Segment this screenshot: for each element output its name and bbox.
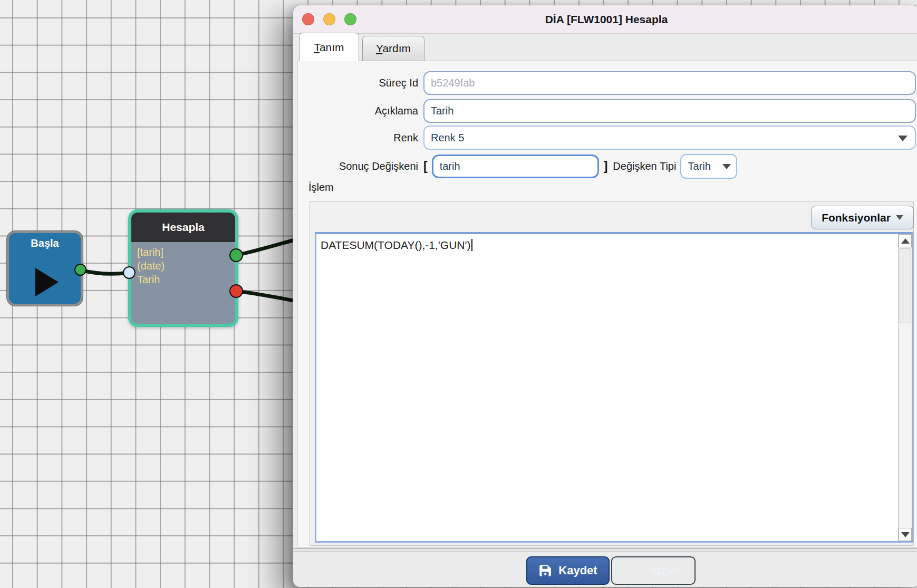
port-hesapla-output-success[interactable]	[229, 248, 243, 262]
dialog-title: DİA [FLW1001] Hesapla	[293, 13, 917, 26]
fonksiyonlar-button[interactable]: Fonksiyonlar	[811, 206, 914, 229]
scrollbar-thumb[interactable]	[900, 248, 911, 323]
islem-groupbox: Fonksiyonlar DATESUM(TODAY(),-1,'GUN')	[310, 201, 914, 546]
editor-scrollbar[interactable]	[898, 234, 912, 541]
node-hesapla-body: [tarih] (date) Tarih	[131, 242, 235, 286]
form-row-renk: Renk Renk 5	[297, 126, 917, 150]
dialog-footer: Kaydet Vazgeç	[293, 552, 917, 587]
window-controls	[302, 5, 356, 33]
bracket-open: [	[423, 159, 428, 173]
tab-panel-tanim: Süreç Id Açıklama Renk Renk 5 Sonuç Deği…	[297, 61, 917, 547]
port-hesapla-input[interactable]	[123, 266, 136, 279]
vazgec-label: Vazgeç	[643, 564, 682, 577]
chevron-down-icon	[896, 215, 903, 220]
aciklama-label: Açıklama	[297, 105, 423, 117]
close-x-icon	[624, 565, 636, 577]
tab-tanim[interactable]: Tanım	[299, 33, 359, 61]
node-line: Tarih	[137, 273, 235, 286]
node-basla[interactable]: Başla	[7, 231, 83, 306]
expression-editor[interactable]: DATESUM(TODAY(),-1,'GUN')	[315, 232, 913, 543]
node-line: (date)	[137, 259, 235, 273]
close-icon[interactable]	[302, 13, 314, 25]
degisken-tipi-value: Tarih	[688, 160, 710, 172]
arrow-up-icon	[901, 238, 910, 244]
flow-editor-screen: Başla Hesapla [tarih] (date) Tarih DİA […	[0, 0, 917, 588]
kaydet-button[interactable]: Kaydet	[526, 556, 610, 585]
vazgec-button[interactable]: Vazgeç	[611, 556, 696, 585]
tab-yardim-label: Yardım	[376, 42, 411, 55]
form-row-sonuc: Sonuç Değişkeni [ ] Değişken Tipi Tarih	[297, 154, 917, 179]
minimize-icon[interactable]	[323, 13, 335, 25]
chevron-down-icon	[898, 136, 908, 141]
form-row-surec-id: Süreç Id	[297, 71, 917, 95]
chevron-down-icon	[722, 164, 731, 169]
fonksiyonlar-label: Fonksiyonlar	[822, 211, 891, 224]
surec-id-label: Süreç Id	[297, 77, 423, 89]
degisken-tipi-select[interactable]: Tarih	[680, 154, 737, 179]
dialog-titlebar[interactable]: DİA [FLW1001] Hesapla	[293, 5, 917, 34]
sonuc-degiskeni-input[interactable]	[432, 155, 599, 178]
tab-tanim-label: Tanım	[314, 41, 344, 54]
scroll-down-button[interactable]	[899, 528, 912, 541]
scroll-up-button[interactable]	[899, 234, 912, 247]
surec-id-input[interactable]	[423, 71, 916, 95]
play-icon	[35, 268, 59, 296]
node-line: [tarih]	[137, 245, 235, 259]
tab-yardim[interactable]: Yardım	[362, 36, 424, 61]
islem-label: İşlem	[308, 181, 334, 194]
arrow-down-icon	[901, 532, 910, 537]
form-row-aciklama: Açıklama	[297, 99, 917, 123]
aciklama-input[interactable]	[423, 99, 916, 123]
node-hesapla-title: Hesapla	[131, 213, 235, 242]
renk-select[interactable]: Renk 5	[423, 126, 916, 150]
dialog-hesapla: DİA [FLW1001] Hesapla Tanım Yardım Süreç…	[293, 5, 917, 587]
text-caret	[471, 239, 472, 251]
sonuc-degiskeni-label: Sonuç Değişkeni	[297, 160, 423, 172]
port-hesapla-output-error[interactable]	[229, 284, 243, 298]
degisken-tipi-label: Değişken Tipi	[613, 160, 676, 172]
node-basla-title: Başla	[9, 237, 81, 249]
renk-label: Renk	[297, 132, 423, 144]
port-basla-output[interactable]	[74, 264, 86, 276]
bracket-close: ]	[604, 159, 608, 173]
save-icon	[538, 564, 552, 577]
zoom-icon[interactable]	[344, 13, 356, 25]
footer-divider	[293, 548, 917, 552]
node-hesapla[interactable]: Hesapla [tarih] (date) Tarih	[128, 209, 238, 327]
renk-select-value: Renk 5	[431, 132, 464, 144]
expression-text: DATESUM(TODAY(),-1,'GUN')	[321, 238, 894, 252]
kaydet-label: Kaydet	[558, 564, 597, 577]
